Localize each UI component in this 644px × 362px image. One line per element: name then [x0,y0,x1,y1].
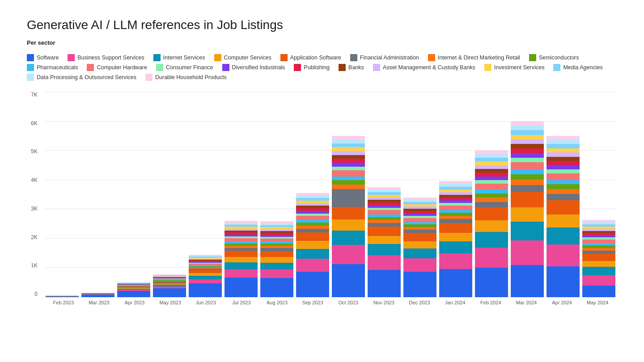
legend-label: Investment Services [494,64,545,71]
bar-segment [225,257,258,262]
bar-group [296,92,329,297]
legend-item: Software [27,54,59,61]
legend-label: Banks [348,64,364,71]
bar-group [81,92,114,297]
bar-segment [439,206,472,210]
bar-segment [475,150,508,154]
legend-swatch [484,64,491,71]
legend-label: Publishing [304,64,330,71]
x-axis-label: Oct 2023 [330,300,366,311]
legend-label: Asset Management & Custody Banks [383,64,475,71]
y-axis-label: 6K [31,120,40,126]
legend-item: Consumer Finance [156,64,213,71]
bar-segment [582,254,615,261]
y-axis-label: 5K [31,148,40,155]
legend-swatch [214,54,221,61]
bar-segment [439,223,472,233]
bar-segment [403,218,436,222]
legend-swatch [373,64,380,71]
bar-segment [81,295,114,297]
legend-item: Asset Management & Custody Banks [373,64,475,71]
legend-swatch [553,64,560,71]
bar-segment [547,215,580,227]
bar-segment [260,269,293,278]
bar-segment [475,161,508,165]
x-axis-label: Dec 2023 [402,300,437,311]
bar-segment [332,264,365,297]
y-axis-label: 7K [31,92,40,98]
bar-segment [403,233,436,241]
bar-segment [475,207,508,220]
legend-item: Computer Hardware [87,64,147,71]
legend-item: Computer Services [214,54,271,61]
bar-segment [547,227,580,244]
bar-segment [332,155,365,159]
bar-segment [403,248,436,258]
bar-stack [260,221,293,297]
legend-swatch [27,74,34,81]
legend-label: Internet & Direct Marketing Retail [438,55,520,61]
bar-segment [189,283,222,297]
bar-segment [332,167,365,171]
bar-segment [511,130,544,135]
legend-label: Consumer Finance [166,64,213,71]
legend-item: Publishing [294,64,330,71]
legend-label: Semiconductors [539,55,579,61]
x-axis-label: Feb 2024 [473,300,509,311]
bar-group [332,92,365,297]
legend-label: Financial Administration [360,55,419,61]
legend-swatch [294,64,301,71]
bar-group [547,92,580,297]
bar-group [511,92,544,297]
bar-segment [547,148,580,152]
bar-segment [582,267,615,275]
x-axis-label: Feb 2023 [46,300,81,311]
legend-label: Data Processing & Outsourced Services [37,74,136,80]
bar-segment [475,194,508,198]
bar-segment [547,152,580,156]
bar-segment [511,169,544,174]
bar-segment [475,169,508,173]
bar-segment [332,170,365,177]
bar-segment [439,253,472,269]
bar-stack [511,121,544,297]
bar-segment [296,241,329,249]
bar-segment [332,163,365,167]
bar-segment [225,262,258,269]
bar-segment [296,223,329,226]
y-axis-label: 2K [31,234,40,240]
bar-group [582,92,615,297]
bar-group [368,92,401,297]
bar-segment [511,192,544,207]
bar-segment [368,217,401,220]
bars-container [44,92,617,297]
bar-segment [475,154,508,158]
legend: SoftwareBusiness Support ServicesInterne… [27,54,617,81]
legend-swatch [428,54,435,61]
bar-segment [368,270,401,297]
bar-segment [260,251,293,257]
bar-segment [547,200,580,215]
bar-segment [368,244,401,255]
legend-item: Application Software [280,54,341,61]
bar-segment [403,258,436,272]
bar-segment [511,121,544,126]
bar-segment [475,184,508,189]
y-axis-label: 1K [31,262,40,269]
bar-segment [511,222,544,240]
bar-segment [582,251,615,254]
legend-item: Investment Services [484,64,545,71]
bar-segment [332,189,365,207]
bar-segment [332,143,365,147]
bar-group [153,92,186,297]
x-axis: Feb 2023Mar 2023Apr 2023May 2023Jun 2023… [44,300,617,311]
bar-segment [475,198,508,202]
bar-segment [332,159,365,163]
bar-segment [475,165,508,169]
bar-segment [332,180,365,185]
bar-segment [260,257,293,262]
legend-label: Durable Household Products [155,74,227,80]
bar-segment [582,240,615,243]
bar-segment [547,194,580,200]
legend-item: Media Agencies [553,64,602,71]
